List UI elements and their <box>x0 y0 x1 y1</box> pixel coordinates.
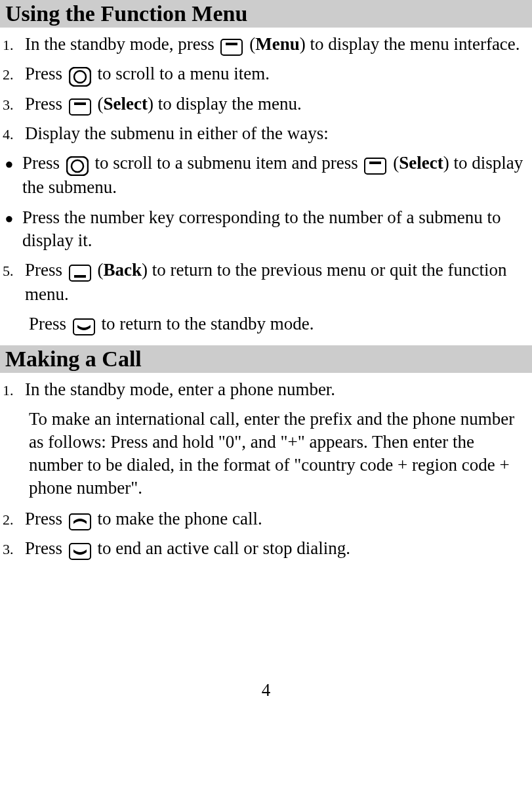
bullet-marker: ● <box>0 152 18 174</box>
call-step-3: 3. Press to end an active call or stop d… <box>0 537 532 561</box>
menu-key-icon <box>220 34 243 57</box>
international-call-note: To make an international call, enter the… <box>29 408 532 500</box>
call-step-1: 1. In the standby mode, enter a phone nu… <box>0 378 532 401</box>
step-3: 3. Press (Select) to display the menu. <box>0 93 532 117</box>
step-text: In the standby mode, press (Menu) to dis… <box>21 33 532 57</box>
select-key-icon <box>69 94 91 117</box>
end-key-icon <box>69 539 91 562</box>
bullet-2: ● Press the number key corresponding to … <box>0 206 532 252</box>
standby-note: Press to return to the standby mode. <box>29 312 532 337</box>
call-key-icon <box>69 509 91 532</box>
call-step-2: 2. Press to make the phone call. <box>0 507 532 532</box>
step-text: In the standby mode, enter a phone numbe… <box>21 378 532 401</box>
document-page: Using the Function Menu 1. In the standb… <box>0 0 532 727</box>
step-text: Press to scroll to a menu item. <box>21 62 532 87</box>
page-number: 4 <box>0 680 532 700</box>
step-1: 1. In the standby mode, press (Menu) to … <box>0 33 532 57</box>
nav-key-icon <box>66 153 89 176</box>
end-key-icon <box>73 314 95 337</box>
step-number: 2. <box>0 507 21 530</box>
making-call-steps-1: 1. In the standby mode, enter a phone nu… <box>0 378 532 401</box>
step-text: Press to end an active call or stop dial… <box>21 537 532 561</box>
step-number: 4. <box>0 122 21 144</box>
step-text: Press (Back) to return to the previous m… <box>21 259 532 306</box>
step-5: 5. Press (Back) to return to the previou… <box>0 259 532 306</box>
step-number: 2. <box>0 62 21 85</box>
bullet-marker: ● <box>0 206 18 228</box>
step-number: 3. <box>0 537 21 559</box>
bullet-text: Press to scroll to a submenu item and pr… <box>18 152 532 199</box>
step-number: 5. <box>0 259 21 281</box>
step-text: Press (Select) to display the menu. <box>21 93 532 117</box>
step-number: 3. <box>0 93 21 115</box>
section-heading-function-menu: Using the Function Menu <box>0 0 532 28</box>
function-menu-steps: 1. In the standby mode, press (Menu) to … <box>0 33 532 145</box>
section-heading-making-call: Making a Call <box>0 345 532 373</box>
back-key-icon <box>69 260 91 283</box>
step-2: 2. Press to scroll to a menu item. <box>0 62 532 87</box>
bullet-text: Press the number key corresponding to th… <box>18 206 532 252</box>
making-call-steps-2: 2. Press to make the phone call. 3. Pres… <box>0 507 532 562</box>
step-text: Press to make the phone call. <box>21 507 532 532</box>
select-key-icon <box>364 153 386 176</box>
step-4: 4. Display the submenu in either of the … <box>0 122 532 145</box>
step-text: Display the submenu in either of the way… <box>21 122 532 145</box>
nav-key-icon <box>69 64 91 87</box>
step-number: 1. <box>0 378 21 400</box>
step-number: 1. <box>0 33 21 55</box>
bullet-1: ● Press to scroll to a submenu item and … <box>0 152 532 199</box>
submenu-bullets: ● Press to scroll to a submenu item and … <box>0 152 532 252</box>
function-menu-step5: 5. Press (Back) to return to the previou… <box>0 259 532 306</box>
